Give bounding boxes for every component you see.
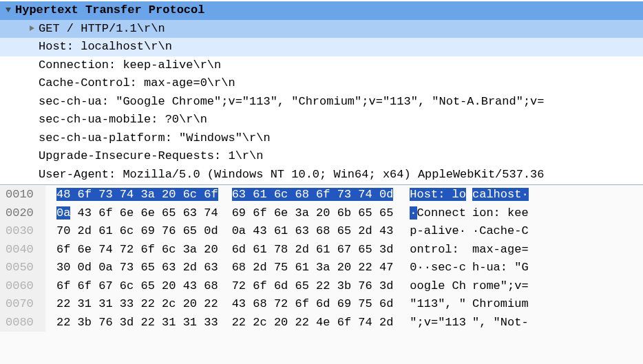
hex-ascii[interactable]: ontrol: max-age= [393,241,528,259]
ascii-char[interactable]: ; [417,316,424,329]
hex-byte[interactable]: 3d [372,243,394,256]
ascii-char[interactable]: a [479,243,486,256]
hex-byte[interactable]: 6c [155,243,176,256]
hex-byte[interactable]: 76 [351,279,372,292]
hex-ascii[interactable]: ·Connection: kee [393,204,528,223]
hex-byte[interactable]: 65 [351,206,372,220]
hex-bytes[interactable]: 70 2d 61 6c 69 76 65 0d0a 43 61 63 68 65… [45,222,393,241]
hex-byte[interactable]: 2d [351,224,372,237]
hex-bytes[interactable]: 6f 6e 74 72 6f 6c 3a 206d 61 78 2d 61 67… [45,241,393,259]
ascii-char[interactable]: t [431,188,438,201]
ascii-char[interactable]: x [486,243,493,256]
ascii-char[interactable]: = [431,316,438,329]
ascii-char[interactable]: C [452,279,459,292]
hex-byte[interactable]: 6e [134,206,155,220]
ascii-char[interactable]: l [486,188,493,201]
ascii-char[interactable]: ; [507,279,514,292]
ascii-char[interactable]: · [459,224,466,237]
ascii-char[interactable]: u [486,261,493,274]
ascii-char[interactable] [452,297,459,310]
hex-byte[interactable]: 72 [267,297,288,310]
ascii-char[interactable]: o [417,279,424,292]
hex-byte[interactable]: 2d [372,316,394,329]
hex-byte[interactable]: 0a [232,224,246,237]
hex-bytes[interactable]: 0a 43 6f 6e 6e 65 63 7469 6f 6e 3a 20 6b… [45,204,393,223]
hex-byte[interactable]: 22 [309,279,330,292]
hex-byte[interactable]: 6f [56,243,70,256]
packet-bytes-pane[interactable]: 001048 6f 73 74 3a 20 6c 6f63 61 6c 68 6… [0,184,643,364]
hex-byte[interactable]: 6c [113,279,134,292]
hex-byte[interactable]: 0d [70,261,92,274]
ascii-char[interactable]: , [445,297,452,310]
hex-byte[interactable]: 67 [92,279,113,292]
hex-byte[interactable]: 2c [246,316,267,329]
ascii-char[interactable]: t [514,316,521,329]
hex-byte[interactable]: 3a [309,261,330,274]
ascii-char[interactable]: c [445,261,452,274]
hex-byte[interactable]: 72 [113,243,134,256]
hex-byte[interactable]: 22 [56,316,70,329]
hex-byte[interactable]: 2d [176,261,197,274]
ascii-char[interactable]: e [452,224,459,237]
tree-item[interactable]: Cache-Control: max-age=0\r\n [0,74,643,93]
hex-byte[interactable]: 22 [232,316,246,329]
ascii-char[interactable]: " [410,316,417,329]
hex-byte[interactable]: 6f [288,297,309,310]
hex-byte[interactable]: 68 [232,261,246,274]
hex-byte[interactable]: 2d [246,261,267,274]
hex-byte[interactable]: 6f [197,188,218,201]
ascii-char[interactable]: " [410,297,417,310]
hex-row[interactable]: 00606f 6f 67 6c 65 20 43 6872 6f 6d 65 2… [0,277,643,296]
hex-byte[interactable]: 65 [351,243,372,256]
ascii-char[interactable]: l [452,188,459,201]
ascii-char[interactable]: t [459,206,466,220]
hex-byte[interactable]: 31 [176,316,197,329]
hex-byte[interactable]: 22 [134,297,155,310]
ascii-char[interactable]: m [500,297,507,310]
hex-byte[interactable]: 30 [56,261,70,274]
ascii-char[interactable]: · [410,206,417,220]
ascii-char[interactable]: o [410,279,417,292]
ascii-char[interactable]: H [410,188,417,201]
hex-byte[interactable]: 3a [134,188,155,201]
hex-byte[interactable]: 78 [267,243,288,256]
ascii-char[interactable]: o [479,206,486,220]
ascii-char[interactable]: a [424,224,431,237]
hex-byte[interactable]: 33 [113,297,134,310]
hex-byte[interactable]: 3b [70,316,92,329]
tree-item[interactable]: Host: localhost\r\n [0,38,643,56]
hex-byte[interactable]: 68 [288,188,309,201]
hex-byte[interactable]: 6c [176,188,197,201]
ascii-char[interactable]: h [459,279,466,292]
hex-byte[interactable]: 6f [246,206,267,220]
ascii-char[interactable]: r [431,243,438,256]
hex-byte[interactable]: 6d [232,243,246,256]
hex-byte[interactable]: 67 [330,243,352,256]
hex-byte[interactable]: 74 [92,243,113,256]
ascii-char[interactable]: 1 [424,297,431,310]
ascii-char[interactable]: m [486,279,493,292]
hex-byte[interactable]: 65 [134,261,155,274]
ascii-char[interactable]: c [472,188,479,201]
ascii-char[interactable]: " [494,316,500,329]
hex-byte[interactable]: 61 [309,243,330,256]
ascii-char[interactable]: 1 [417,297,424,310]
hex-byte[interactable]: 6f [246,279,267,292]
hex-byte[interactable]: 31 [92,297,113,310]
hex-row[interactable]: 00406f 6e 74 72 6f 6c 3a 206d 61 78 2d 6… [0,241,643,259]
hex-byte[interactable]: 73 [113,261,134,274]
hex-byte[interactable]: 48 [56,188,70,201]
tree-item[interactable]: GET / HTTP/1.1\r\n [0,20,643,39]
hex-byte[interactable]: 0d [197,224,218,237]
tree-item[interactable]: User-Agent: Mozilla/5.0 (Windows NT 10.0… [0,166,643,184]
hex-byte[interactable]: 0a [56,206,70,220]
hex-ascii[interactable]: Host: localhost· [393,186,528,204]
hex-ascii[interactable]: 0··sec-ch-ua: "G [393,259,528,277]
hex-row[interactable]: 005030 0d 0a 73 65 63 2d 6368 2d 75 61 3… [0,259,643,277]
ascii-char[interactable]: i [507,297,514,310]
ascii-char[interactable] [507,261,514,274]
hex-byte[interactable]: 74 [113,188,134,201]
hex-byte[interactable]: 22 [56,297,70,310]
ascii-char[interactable]: 0 [410,261,417,274]
ascii-char[interactable]: e [514,206,521,220]
